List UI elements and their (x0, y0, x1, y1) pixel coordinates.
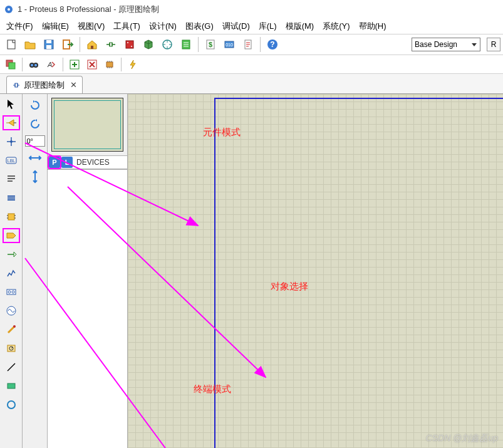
window-title: 1 - Proteus 8 Professional - 原理图绘制 (18, 4, 159, 15)
rotate-ccw-icon[interactable] (27, 117, 43, 132)
bus-icon[interactable] (3, 190, 20, 206)
r-button[interactable]: R (487, 38, 500, 51)
svg-text:LBL: LBL (7, 159, 15, 163)
menu-file[interactable]: 文件(F) (3, 19, 37, 33)
app-logo-icon (4, 4, 14, 14)
svg-text:?: ? (270, 40, 274, 49)
preview-box (51, 98, 123, 152)
svg-point-40 (13, 325, 16, 328)
menu-edit[interactable]: 编辑(E) (38, 19, 73, 33)
generator-icon[interactable] (3, 303, 20, 318)
preview-panel: P L DEVICES (48, 94, 128, 448)
bom-icon[interactable] (177, 36, 195, 53)
rotate-cw-icon[interactable] (27, 98, 43, 113)
probe-icon[interactable] (3, 322, 20, 337)
save-icon[interactable] (40, 36, 58, 53)
svg-rect-5 (46, 45, 51, 49)
subcircuit-icon[interactable] (3, 209, 20, 224)
line-2d-icon[interactable] (3, 360, 20, 375)
mirror-v-icon[interactable] (27, 169, 43, 184)
pin-icon[interactable] (3, 247, 20, 262)
circle-2d-icon[interactable] (3, 397, 20, 412)
svg-point-25 (31, 64, 33, 66)
svg-text:$: $ (209, 41, 212, 48)
menu-debug[interactable]: 调试(D) (219, 19, 254, 33)
library-button[interactable]: L (61, 157, 73, 168)
menu-template[interactable]: 模版(M) (282, 19, 318, 33)
svg-point-44 (8, 401, 15, 409)
menu-help[interactable]: 帮助(H) (355, 19, 390, 33)
svg-rect-35 (8, 214, 14, 220)
svg-rect-43 (8, 383, 15, 388)
pointer-icon[interactable] (3, 96, 20, 112)
svg-point-32 (10, 140, 13, 143)
svg-rect-31 (15, 83, 18, 87)
schematic-icon[interactable] (102, 36, 120, 53)
dollar-icon[interactable]: $ (202, 36, 219, 53)
component-mode-icon[interactable] (3, 115, 20, 130)
svg-rect-22 (9, 63, 15, 69)
workarea: LBL P L DEVICES 元件模式 对象选 (0, 94, 503, 448)
package-icon[interactable] (101, 56, 118, 73)
delete-icon[interactable] (84, 56, 100, 73)
watermark: CSDN @刘鑫磊up (426, 433, 498, 444)
graph-icon[interactable] (3, 266, 20, 281)
sheet-border (214, 98, 503, 448)
pick-button[interactable]: P (49, 157, 60, 168)
menu-design[interactable]: 设计(N) (145, 19, 180, 33)
main-toolbar: $ 010 ? Base Design R (0, 34, 503, 55)
home-icon[interactable] (83, 36, 101, 53)
tab-close-icon[interactable]: ✕ (70, 80, 77, 90)
menu-graph[interactable]: 图表(G) (182, 19, 217, 33)
schematic-tab-icon (12, 81, 21, 90)
menubar: 文件(F) 编辑(E) 视图(V) 工具(T) 设计(N) 图表(G) 调试(D… (0, 19, 503, 34)
titlebar: 1 - Proteus 8 Professional - 原理图绘制 (0, 0, 503, 19)
design-select[interactable]: Base Design (412, 38, 480, 51)
help-icon[interactable]: ? (264, 36, 281, 53)
menu-system[interactable]: 系统(Y) (319, 19, 353, 33)
binoculars-icon[interactable] (26, 56, 42, 73)
svg-rect-2 (8, 40, 15, 49)
new-file-icon[interactable] (3, 36, 20, 53)
menu-tools[interactable]: 工具(T) (110, 19, 144, 33)
pcb-icon[interactable] (121, 36, 138, 53)
svg-point-1 (8, 8, 10, 11)
mirror-h-icon[interactable] (27, 150, 43, 165)
tabbar: 原理图绘制 ✕ (0, 74, 503, 94)
gerber-icon[interactable] (158, 36, 176, 53)
layers-icon[interactable] (3, 56, 19, 73)
replace-icon[interactable]: A (43, 56, 60, 73)
svg-point-26 (34, 64, 37, 66)
rect-2d-icon[interactable] (3, 378, 20, 393)
angle-input[interactable] (25, 135, 45, 147)
bolt-icon[interactable] (125, 56, 141, 73)
secondary-toolbar: A (0, 55, 503, 74)
terminal-mode-icon[interactable] (3, 228, 20, 243)
report-icon[interactable] (239, 36, 257, 53)
svg-text:A: A (47, 61, 52, 68)
label-icon[interactable]: LBL (3, 153, 20, 168)
menu-library[interactable]: 库(L) (255, 19, 281, 33)
devices-label: DEVICES (76, 158, 110, 167)
menu-view[interactable]: 视图(V) (74, 19, 108, 33)
device-list[interactable] (48, 169, 127, 448)
mode-toolbar: LBL (0, 94, 23, 448)
text-script-icon[interactable] (3, 172, 20, 187)
svg-point-11 (131, 46, 132, 47)
instrument-icon[interactable] (3, 341, 20, 356)
schematic-canvas[interactable]: 元件模式 对象选择 终端模式 (128, 94, 503, 448)
tape-icon[interactable] (3, 284, 20, 300)
tab-schematic[interactable]: 原理图绘制 ✕ (6, 76, 83, 93)
object-selector-header: P L DEVICES (48, 155, 127, 169)
svg-rect-30 (106, 62, 113, 67)
junction-icon[interactable] (3, 134, 20, 149)
transform-toolbar (23, 94, 48, 448)
open-file-icon[interactable] (21, 36, 39, 53)
binary-icon[interactable]: 010 (220, 36, 238, 53)
svg-rect-4 (46, 40, 51, 43)
add-icon[interactable] (66, 56, 83, 73)
exit-icon[interactable] (59, 36, 76, 53)
svg-point-10 (127, 42, 128, 43)
svg-rect-7 (91, 46, 93, 49)
3d-icon[interactable] (140, 36, 157, 53)
